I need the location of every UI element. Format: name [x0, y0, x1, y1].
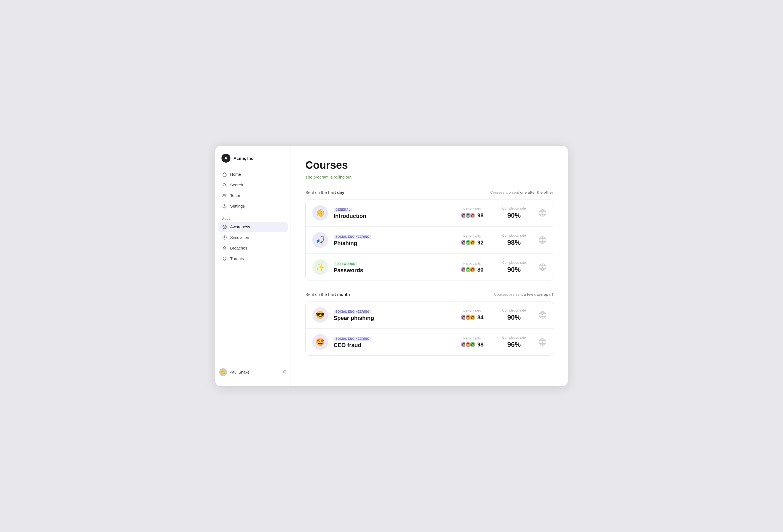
svg-point-8: [540, 210, 545, 215]
participants-count-ceo-fraud: 98: [477, 341, 483, 348]
sidebar-item-team[interactable]: Team: [218, 191, 288, 201]
sidebar-item-awareness-label: Awareness: [230, 225, 250, 229]
svg-point-12: [541, 239, 544, 242]
target-icon-passwords[interactable]: [539, 264, 546, 271]
completion-block-spear-phishing: Completion rate 90%: [499, 308, 529, 321]
course-tag-introduction: GENERAL: [334, 208, 352, 212]
completion-block-phishing: Completion rate 98%: [499, 234, 529, 246]
completion-label: Completion rate: [499, 234, 529, 237]
sidebar-item-search[interactable]: Search: [218, 180, 288, 190]
section-header-first-day: Sent on the first day Courses are sent o…: [305, 190, 553, 195]
page-subtitle: The program is rolling out. ···: [305, 174, 553, 180]
sidebar-item-awareness[interactable]: Awareness: [218, 222, 288, 232]
main-content: Courses The program is rolling out. ··· …: [291, 146, 568, 386]
sidebar-footer: 🙂 Paul Snake: [215, 364, 290, 380]
target-icon-spear-phishing[interactable]: [539, 311, 546, 319]
course-icon-ceo-fraud: 🤩: [312, 334, 328, 350]
sidebar-item-threats-label: Threats: [230, 257, 244, 261]
course-info-spear-phishing: SOCIAL ENGINEERING Spear phishing: [334, 309, 451, 321]
course-name-phishing: Phishing: [334, 240, 451, 246]
course-tag-passwords: PASSWORDS: [334, 262, 357, 266]
svg-point-17: [540, 312, 545, 318]
section-label-first-month: Sent on the first month: [305, 292, 350, 297]
participants-label: Participants: [457, 262, 488, 265]
course-stats-passwords: Participants 👩 👨 👩 80 Completion rate: [457, 261, 529, 273]
avatar: 👩: [470, 341, 476, 347]
main-nav: Home Search: [215, 169, 290, 212]
svg-point-19: [542, 314, 543, 315]
course-action-spear-phishing[interactable]: [535, 311, 546, 319]
course-action-introduction[interactable]: [535, 209, 546, 217]
avatars-phishing: 👩 👨 👩: [461, 239, 476, 245]
svg-point-22: [542, 341, 543, 342]
apps-section-label: Apps: [215, 212, 290, 222]
participants-count-spear-phishing: 84: [477, 314, 483, 321]
logout-icon[interactable]: [282, 370, 287, 375]
completion-label: Completion rate: [499, 308, 529, 312]
sidebar-item-threats[interactable]: Threats: [218, 254, 288, 264]
course-stats-spear-phishing: Participants 👩 👨 👩 84 Completion rate: [457, 308, 529, 321]
course-tag-spear-phishing: SOCIAL ENGINEERING: [334, 309, 371, 314]
target-icon-ceo-fraud[interactable]: [539, 338, 546, 346]
participants-count-introduction: 98: [477, 212, 483, 219]
course-tag-phishing: SOCIAL ENGINEERING: [334, 235, 371, 239]
avatar: 👩: [470, 212, 476, 219]
svg-point-15: [541, 266, 544, 269]
svg-point-2: [225, 194, 226, 195]
completion-rate-phishing: 98%: [499, 239, 529, 246]
completion-rate-passwords: 90%: [499, 266, 529, 273]
course-action-ceo-fraud[interactable]: [535, 338, 546, 346]
section-label-first-day: Sent on the first day: [305, 190, 344, 195]
sidebar-item-settings[interactable]: Settings: [218, 201, 288, 211]
sidebar-item-simulation[interactable]: Simulation: [218, 232, 288, 242]
participants-value-phishing: 👩 👨 👩 92: [457, 239, 488, 246]
course-action-passwords[interactable]: [535, 264, 546, 271]
target-icon-phishing[interactable]: [539, 236, 546, 244]
avatars-spear-phishing: 👩 👨 👩: [461, 314, 476, 321]
course-action-phishing[interactable]: [535, 236, 546, 244]
team-icon: [222, 193, 227, 198]
more-options-button[interactable]: ···: [355, 174, 361, 180]
completion-block-introduction: Completion rate 90%: [499, 206, 529, 219]
sidebar-item-team-label: Team: [230, 193, 240, 198]
participants-value-introduction: 👩 👨 👩 98: [457, 212, 488, 219]
sidebar-item-simulation-label: Simulation: [230, 235, 249, 240]
participants-block-ceo-fraud: Participants 👩 👨 👩 98: [457, 336, 488, 348]
brand-name: Acme, Inc: [233, 156, 253, 161]
svg-point-9: [541, 211, 544, 214]
course-info-phishing: SOCIAL ENGINEERING Phishing: [334, 234, 451, 246]
avatars-ceo-fraud: 👩 👨 👩: [461, 341, 476, 347]
section-header-first-month: Sent on the first month Courses are sent…: [305, 292, 553, 297]
avatars-introduction: 👩 👨 👩: [461, 212, 476, 219]
course-icon-introduction: 👋: [312, 205, 328, 221]
participants-block-phishing: Participants 👩 👨 👩 92: [457, 234, 488, 246]
avatar: 👩: [470, 314, 476, 321]
course-icon-phishing: 🎣: [312, 232, 328, 248]
sidebar-item-home[interactable]: Home: [218, 169, 288, 179]
participants-value-spear-phishing: 👩 👨 👩 84: [457, 314, 488, 321]
sidebar-item-search-label: Search: [230, 183, 243, 187]
course-tag-ceo-fraud: SOCIAL ENGINEERING: [334, 337, 371, 341]
avatars-passwords: 👩 👨 👩: [461, 267, 476, 273]
avatar: 👩: [470, 239, 476, 245]
svg-point-13: [542, 239, 543, 240]
settings-icon: [222, 204, 227, 209]
avatar: 👩: [470, 267, 476, 273]
participants-value-ceo-fraud: 👩 👨 👩 98: [457, 341, 488, 348]
participants-value-passwords: 👩 👨 👩 80: [457, 267, 488, 273]
sidebar-item-breaches[interactable]: Breaches: [218, 243, 288, 253]
svg-point-1: [223, 194, 225, 196]
participants-label: Participants: [457, 309, 488, 313]
svg-point-18: [541, 313, 544, 317]
sidebar-item-home-label: Home: [230, 172, 241, 176]
completion-block-passwords: Completion rate 90%: [499, 261, 529, 273]
card-group-first-month: 😎 SOCIAL ENGINEERING Spear phishing Part…: [305, 301, 553, 356]
sidebar-item-breaches-label: Breaches: [230, 246, 247, 251]
user-name: Paul Snake: [229, 370, 250, 374]
completion-label: Completion rate: [499, 206, 529, 210]
threats-icon: [222, 256, 227, 261]
target-icon-introduction[interactable]: [539, 209, 546, 217]
completion-rate-ceo-fraud: 96%: [499, 341, 529, 348]
svg-point-21: [541, 341, 544, 344]
course-name-passwords: Passwords: [334, 267, 451, 273]
